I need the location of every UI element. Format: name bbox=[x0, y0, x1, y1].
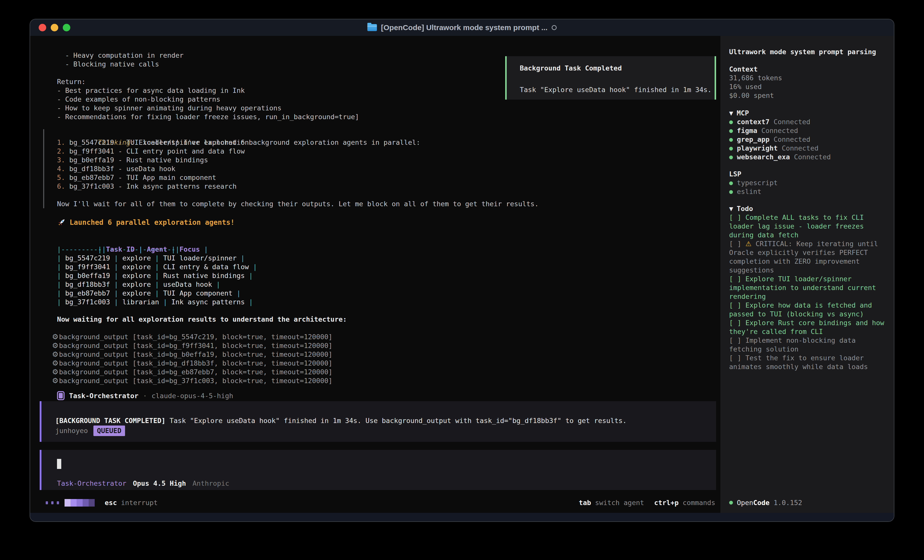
gear-icon: ⚙ bbox=[52, 359, 58, 367]
tool-call-line: ⚙background_output [task_id=bg_eb87ebb7,… bbox=[52, 368, 333, 376]
cell-focus: TUI loader/spinner bbox=[163, 254, 237, 262]
toast-notification[interactable]: Background Task Completed Task "Explore … bbox=[505, 56, 716, 100]
progress-circle-icon bbox=[552, 25, 556, 30]
cell-task-id: bg_eb87ebb7 bbox=[65, 289, 110, 297]
app-name-bold: Code bbox=[753, 499, 770, 506]
cell-agent: explore bbox=[122, 272, 151, 280]
column-header: Focus bbox=[180, 246, 200, 253]
terminal-line: Return: bbox=[57, 77, 359, 86]
app-version: OpenCode 1.0.152 bbox=[729, 498, 802, 507]
mcp-status bbox=[770, 118, 774, 126]
mcp-name: playwright bbox=[737, 144, 778, 152]
agents-table: | Task ID | Agent | Focus | |----------|… bbox=[57, 236, 257, 306]
list-item: bg_5547c219 - TUI loader/spinner explora… bbox=[69, 138, 249, 146]
minimize-button[interactable] bbox=[51, 24, 58, 31]
tool-calls-block: ⚙background_output [task_id=bg_5547c219,… bbox=[52, 332, 333, 385]
table-pipe: | bbox=[155, 280, 159, 288]
spinner-dots-icon bbox=[46, 501, 59, 504]
table-pipe: | bbox=[155, 272, 159, 280]
todo-text: Test the fix to ensure loader animates s… bbox=[729, 354, 868, 371]
table-pipe: | bbox=[114, 298, 118, 306]
cell-task-id: bg_37f1c003 bbox=[65, 298, 110, 306]
mcp-section-header[interactable]: ▼MCP bbox=[729, 109, 888, 117]
cell-task-id: bg_5547c219 bbox=[65, 254, 110, 262]
tab-action-hint: switch agent bbox=[595, 499, 644, 506]
status-dot-icon bbox=[729, 501, 733, 505]
todo-section-header[interactable]: ▼Todo bbox=[729, 204, 888, 213]
launch-announcement: Launched 6 parallel exploration agents! bbox=[57, 217, 234, 228]
waiting-line: Now waiting for all exploration results … bbox=[57, 315, 347, 323]
gear-icon: ⚙ bbox=[52, 368, 58, 376]
gear-icon: ⚙ bbox=[52, 350, 58, 359]
list-number: 2. bbox=[57, 147, 69, 155]
table-pipe: | bbox=[237, 289, 240, 297]
lsp-name: typescript bbox=[737, 179, 778, 187]
table-pipe: | bbox=[114, 289, 118, 297]
todo-item: [ ] ⚠ CRITICAL: Keep iterating until Ora… bbox=[729, 240, 888, 274]
prompt-input[interactable]: Task-Orchestrator Opus 4.5 High Anthropi… bbox=[40, 450, 716, 490]
thinking-followup: Now I'll wait for all of them to complet… bbox=[57, 199, 538, 208]
list-number: 4. bbox=[57, 165, 69, 173]
agent-model: claude-opus-4-5-high bbox=[152, 392, 233, 400]
table-pipe: | bbox=[57, 280, 61, 288]
table-pipe: | bbox=[204, 246, 208, 253]
cell-agent: explore bbox=[122, 280, 151, 288]
ctrlp-key-hint: ctrl+p bbox=[654, 499, 679, 506]
mcp-status: Connected bbox=[761, 127, 798, 135]
zoom-button[interactable] bbox=[63, 24, 70, 31]
status-dot-icon bbox=[729, 181, 733, 185]
cell-task-id: bg_df18bb3f bbox=[65, 280, 110, 288]
todo-text: CRITICAL: Keep iterating until Oracle ex… bbox=[729, 240, 882, 274]
mcp-name: context7 bbox=[737, 118, 770, 126]
chevron-down-icon: ▼ bbox=[729, 205, 733, 213]
tool-call-text: background_output [task_id=bg_df18bb3f, … bbox=[59, 359, 333, 367]
cell-agent: explore bbox=[122, 254, 151, 262]
list-item: bg_b0effa19 - Rust native bindings bbox=[69, 156, 208, 164]
close-button[interactable] bbox=[39, 24, 46, 31]
table-pipe: | bbox=[114, 263, 118, 271]
terminal-main: - Heavy computation in render - Blocking… bbox=[30, 36, 720, 513]
background-task-completed-message: [BACKGROUND TASK COMPLETED] Task "Explor… bbox=[40, 401, 716, 442]
list-number: 3. bbox=[57, 156, 69, 164]
terminal-line: - Heavy computation in render bbox=[57, 51, 359, 60]
mcp-item: websearch_exa Connected bbox=[729, 153, 888, 161]
tool-call-line: ⚙background_output [task_id=bg_37f1c003,… bbox=[52, 376, 333, 385]
titlebar: [OpenCode] Ultrawork mode system prompt … bbox=[30, 19, 894, 36]
active-agent-label[interactable]: Task-Orchestrator bbox=[57, 479, 126, 487]
table-pipe: | bbox=[114, 254, 118, 262]
checkbox-icon: [ ] bbox=[729, 240, 746, 248]
checkbox-icon: [ ] bbox=[729, 301, 746, 309]
active-model-label[interactable]: Opus 4.5 High bbox=[133, 479, 186, 487]
status-dot-icon bbox=[729, 129, 733, 133]
tab-key-hint: tab bbox=[579, 499, 591, 506]
mcp-name: grep_app bbox=[737, 135, 770, 143]
app-window: [OpenCode] Ultrawork mode system prompt … bbox=[30, 19, 894, 522]
sidebar: Ultrawork mode system prompt parsing Con… bbox=[720, 36, 894, 513]
table-pipe: | bbox=[57, 289, 61, 297]
tool-call-text: background_output [task_id=bg_37f1c003, … bbox=[59, 377, 333, 385]
table-row: | bg_eb87ebb7 | explore | TUI App compon… bbox=[57, 289, 257, 298]
todo-text: Implement non-blocking data fetching sol… bbox=[729, 337, 860, 353]
table-pipe: | bbox=[249, 298, 253, 306]
agent-attribution: Task-Orchestrator · claude-opus-4-5-high bbox=[57, 390, 233, 401]
cell-task-id: bg_f9ff3041 bbox=[65, 263, 110, 271]
table-row: | bg_f9ff3041 | explore | CLI entry & da… bbox=[57, 262, 257, 271]
list-item: bg_f9ff3041 - CLI entry point and data f… bbox=[69, 147, 245, 155]
list-item: bg_37f1c003 - Ink async patterns researc… bbox=[69, 183, 237, 190]
gear-icon: ⚙ bbox=[52, 332, 58, 341]
agent-name: Task-Orchestrator bbox=[69, 392, 138, 400]
agent-icon bbox=[57, 391, 64, 400]
terminal-line: - Code examples of non-blocking patterns bbox=[57, 95, 359, 103]
list-item: bg_df18bb3f - useData hook bbox=[69, 165, 176, 173]
context-used: 16% used bbox=[729, 82, 888, 91]
session-title: Ultrawork mode system prompt parsing bbox=[729, 48, 888, 56]
table-pipe: | bbox=[57, 263, 61, 271]
list-item: bg_eb87ebb7 - TUI App main component bbox=[69, 174, 216, 181]
warning-icon: ⚠ bbox=[746, 240, 752, 248]
mcp-name: websearch_exa bbox=[737, 153, 790, 161]
context-header: Context bbox=[729, 65, 888, 73]
cell-agent: librarian bbox=[122, 298, 159, 306]
list-number: 6. bbox=[57, 183, 69, 190]
table-pipe: | bbox=[57, 298, 61, 306]
app-name: Open bbox=[737, 499, 753, 506]
